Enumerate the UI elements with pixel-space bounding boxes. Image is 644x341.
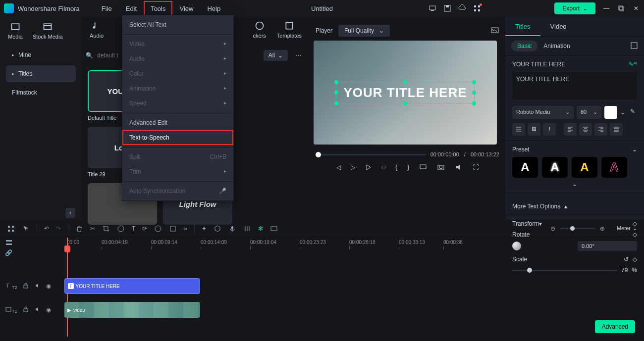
- dd-animation[interactable]: Animation▸: [122, 81, 233, 96]
- timeline-ruler[interactable]: 00:00 00:00:04:19 00:00:09:14 00:00:14:0…: [0, 238, 644, 254]
- close-icon[interactable]: ✕: [632, 4, 640, 12]
- save-preset-icon[interactable]: [630, 42, 638, 51]
- bold-button[interactable]: B: [528, 123, 540, 136]
- preset-1[interactable]: A: [512, 157, 538, 178]
- device-icon[interactable]: [429, 4, 436, 12]
- save-icon[interactable]: [443, 4, 451, 12]
- track-manager-icon[interactable]: [5, 239, 13, 246]
- display-icon[interactable]: [419, 163, 427, 171]
- mute-icon[interactable]: [34, 282, 41, 291]
- preset-4[interactable]: A: [601, 157, 627, 178]
- chevron-down-icon[interactable]: ⌄: [512, 181, 637, 188]
- dd-audio[interactable]: Audio▸: [122, 51, 233, 66]
- preview-canvas[interactable]: YOUR TITLE HERE: [314, 41, 497, 145]
- sidebar-item-mine[interactable]: ▸Mine: [6, 47, 76, 63]
- eyedropper-icon[interactable]: ✎: [628, 106, 637, 119]
- preset-2[interactable]: A: [542, 157, 568, 178]
- prev-frame-icon[interactable]: ◁: [336, 164, 341, 171]
- inspector-tab-video[interactable]: Video: [540, 17, 577, 36]
- quality-select[interactable]: Full Quality⌄: [338, 25, 390, 37]
- more-text-options[interactable]: More Text Options▴: [512, 203, 637, 210]
- zoom-out-icon[interactable]: ⊖: [550, 225, 555, 232]
- spacing-icon[interactable]: [512, 123, 525, 136]
- play-icon[interactable]: ▷: [351, 164, 355, 171]
- svg-rect-6: [474, 9, 476, 11]
- title-text-input[interactable]: YOUR TITLE HERE: [512, 72, 637, 99]
- meter-toggle[interactable]: Meter⌄: [617, 225, 637, 232]
- chevron-down-icon[interactable]: ⌄: [632, 146, 637, 153]
- zoom-in-icon[interactable]: ⊕: [600, 225, 605, 232]
- tab-stickers[interactable]: ckers: [249, 18, 270, 42]
- apps-grid-icon[interactable]: [7, 225, 15, 233]
- color-swatch[interactable]: [604, 106, 617, 119]
- play-preview-icon[interactable]: [365, 164, 372, 171]
- chevron-down-icon[interactable]: ⌄: [620, 109, 625, 116]
- cursor-icon[interactable]: [22, 225, 30, 233]
- snapshot-icon[interactable]: [490, 26, 499, 36]
- align-left-icon[interactable]: [564, 123, 577, 136]
- align-center-icon[interactable]: [579, 123, 592, 136]
- menu-file[interactable]: File: [95, 1, 119, 16]
- collapse-sidebar-icon[interactable]: ‹: [65, 208, 75, 218]
- mute-icon[interactable]: [34, 306, 41, 314]
- dd-autosync[interactable]: Auto Synchronization🎤: [122, 184, 233, 198]
- menu-view[interactable]: View: [172, 1, 200, 16]
- stop-icon[interactable]: □: [382, 164, 385, 171]
- sidebar-item-filmstock[interactable]: Filmstock: [6, 84, 76, 101]
- italic-button[interactable]: I: [543, 123, 556, 136]
- lock-icon[interactable]: [22, 306, 29, 314]
- lock-icon[interactable]: [22, 282, 29, 291]
- svg-rect-32: [6, 307, 11, 311]
- mark-out-icon[interactable]: }: [407, 164, 409, 171]
- mark-in-icon[interactable]: {: [395, 164, 397, 171]
- zoom-slider[interactable]: [560, 228, 595, 229]
- preset-3[interactable]: A: [572, 157, 597, 178]
- tab-media[interactable]: Media: [4, 19, 27, 43]
- align-justify-icon[interactable]: [610, 123, 623, 136]
- menu-tools[interactable]: Tools: [144, 1, 172, 16]
- camera-icon[interactable]: [437, 163, 445, 171]
- link-icon[interactable]: 🔗: [5, 249, 13, 256]
- sidebar-item-titles[interactable]: ▸Titles: [6, 65, 76, 82]
- svg-rect-3: [446, 5, 449, 7]
- font-size-select[interactable]: 80⌄: [577, 106, 601, 119]
- clip-video[interactable]: ▶ video: [64, 302, 200, 318]
- align-right-icon[interactable]: [594, 123, 607, 136]
- more-icon[interactable]: ⋯: [292, 50, 306, 61]
- inspector-tab-titles[interactable]: Titles: [505, 17, 540, 36]
- redo-icon[interactable]: ↷: [56, 225, 61, 232]
- ai-icon[interactable]: ✎ᴬᴵ: [629, 61, 637, 68]
- subtab-animation[interactable]: Animation: [543, 43, 570, 49]
- dd-video[interactable]: Video▸: [122, 37, 233, 51]
- svg-rect-0: [429, 6, 435, 10]
- font-select[interactable]: Roboto Mediu⌄: [512, 106, 574, 119]
- filter-all[interactable]: All⌄: [264, 50, 288, 61]
- maximize-icon[interactable]: [617, 4, 625, 12]
- scrubber[interactable]: [316, 154, 426, 155]
- volume-icon[interactable]: [455, 163, 463, 171]
- export-button[interactable]: Export⌄: [554, 2, 595, 14]
- title-overlay[interactable]: YOUR TITLE HERE: [336, 82, 474, 104]
- subtab-basic[interactable]: Basic: [511, 41, 537, 51]
- tab-audio[interactable]: Audio: [86, 18, 107, 42]
- tab-stock-media[interactable]: Stock Media: [29, 19, 67, 43]
- menu-edit[interactable]: Edit: [119, 1, 144, 16]
- visibility-icon[interactable]: ◉: [46, 283, 51, 290]
- dd-text-to-speech[interactable]: Text-to-Speech: [122, 130, 233, 145]
- apps-icon[interactable]: [473, 4, 481, 12]
- cloud-icon[interactable]: [458, 4, 466, 12]
- menu-help[interactable]: Help: [200, 1, 227, 16]
- visibility-icon[interactable]: ◉: [46, 306, 51, 313]
- fullscreen-icon[interactable]: ⛶: [473, 164, 479, 171]
- undo-icon[interactable]: ↶: [44, 225, 49, 232]
- dd-speed[interactable]: Speed▸: [122, 96, 233, 111]
- tab-templates[interactable]: Templates: [273, 18, 306, 42]
- dd-trim[interactable]: Trim▸: [122, 164, 233, 179]
- clip-title[interactable]: T YOUR TITLE HERE: [64, 278, 200, 294]
- dd-color[interactable]: Color▸: [122, 66, 233, 81]
- dd-split[interactable]: SplitCtrl+B: [122, 149, 233, 164]
- dd-advanced-edit[interactable]: Advanced Edit: [122, 115, 233, 130]
- dd-select-all[interactable]: Select All Text: [122, 17, 233, 32]
- svg-rect-18: [631, 43, 637, 49]
- minimize-icon[interactable]: —: [602, 4, 610, 12]
